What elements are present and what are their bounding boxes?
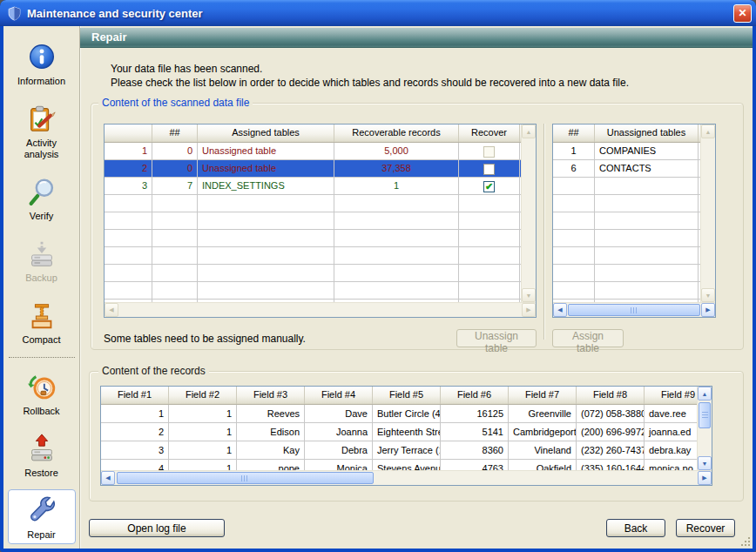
table-row[interactable] (553, 282, 700, 300)
page-header: Repair (80, 28, 753, 48)
column-header[interactable]: Unassigned tables (595, 125, 699, 142)
table-row[interactable]: 6CONTACTS (553, 160, 700, 178)
recover-button[interactable]: Recover (676, 519, 735, 537)
scroll-right-button[interactable]: ▶ (698, 471, 712, 485)
sidebar-item-backup[interactable]: Backup (8, 232, 76, 287)
scroll-up-button[interactable]: ▲ (701, 125, 715, 138)
scrollbar-thumb[interactable] (699, 402, 711, 428)
table-row[interactable] (105, 247, 521, 265)
scroll-left-button[interactable]: ◀ (101, 471, 115, 485)
sidebar-item-activity-analysis[interactable]: Activity analysis (8, 98, 76, 164)
table-cell (152, 265, 198, 281)
column-header[interactable] (105, 125, 152, 142)
open-log-file-button[interactable]: Open log file (89, 519, 225, 537)
horizontal-scrollbar[interactable]: ◀ ▶ (553, 302, 715, 317)
column-header[interactable]: Field #8 (577, 387, 645, 404)
column-header[interactable]: ## (152, 125, 198, 142)
scroll-right-button[interactable]: ▶ (701, 303, 715, 317)
table-row[interactable] (105, 212, 521, 230)
column-header[interactable]: Field #1 (101, 387, 169, 404)
table-cell: Oakfield (509, 460, 577, 470)
column-header[interactable]: Assigned tables (198, 125, 334, 142)
table-row[interactable] (105, 265, 521, 282)
vertical-scrollbar[interactable]: ▲ ▼ (521, 125, 536, 302)
table-cell: 3 (105, 178, 152, 194)
table-row[interactable]: 11ReevesDaveButler Circle (4)16125Greenv… (101, 405, 697, 423)
table-row[interactable] (105, 230, 521, 247)
table-cell (595, 178, 699, 194)
sidebar-item-compact[interactable]: Compact (8, 294, 76, 349)
scroll-down-button[interactable]: ▼ (698, 456, 712, 470)
intro-line-2: Please check the list below in order to … (111, 76, 753, 90)
table-row[interactable] (553, 212, 700, 230)
sidebar-item-rollback[interactable]: Rollback (8, 366, 76, 421)
column-header[interactable]: Recover (459, 125, 520, 142)
scroll-left-button[interactable]: ◀ (105, 303, 118, 317)
table-row[interactable]: 20Unassigned table37,358 (105, 160, 521, 178)
scroll-right-button[interactable]: ▶ (522, 303, 536, 317)
recover-checkbox[interactable]: ✔ (483, 181, 495, 192)
resize-grip[interactable] (739, 535, 751, 547)
table-cell: Reeves (237, 405, 305, 422)
table-row[interactable] (553, 178, 700, 195)
table-cell (198, 195, 334, 212)
scanned-data-groupbox: Content of the scanned data file ##Assig… (91, 103, 744, 350)
vertical-scrollbar[interactable]: ▲ ▼ (697, 387, 712, 470)
table-cell: 2 (105, 160, 152, 177)
table-cell: 0 (152, 143, 198, 159)
column-header[interactable]: Field #9 (645, 387, 697, 404)
sidebar-item-verify[interactable]: Verify (8, 171, 76, 226)
table-cell (334, 265, 459, 281)
sidebar-item-information[interactable]: Information (8, 36, 76, 91)
column-header[interactable]: ## (553, 125, 595, 142)
table-row[interactable] (553, 195, 700, 212)
horizontal-scrollbar[interactable]: ◀ ▶ (105, 302, 536, 317)
table-row[interactable]: 10Unassigned table5,000 (105, 143, 521, 160)
table-cell (152, 212, 198, 229)
column-header[interactable]: Recoverable records (334, 125, 459, 142)
table-row[interactable] (553, 230, 700, 247)
unassign-table-button[interactable]: Unassign table (456, 329, 537, 347)
column-header[interactable]: Field #3 (237, 387, 305, 404)
table-row[interactable] (553, 247, 700, 265)
scrollbar-thumb[interactable] (568, 304, 700, 316)
table-row[interactable]: 31KayDebraJerry Terrace (18360Vineland(2… (101, 441, 697, 460)
table-row[interactable]: 21EdisonJoannaEighteenth Stre5141Cambrid… (101, 423, 697, 441)
scroll-down-button[interactable]: ▼ (522, 288, 536, 302)
sidebar-item-restore[interactable]: Restore (8, 427, 76, 482)
column-header[interactable]: Field #4 (305, 387, 373, 404)
scroll-up-button[interactable]: ▲ (522, 125, 536, 138)
table-cell (105, 265, 152, 281)
table-cell: Debra (305, 441, 373, 459)
restore-icon (25, 433, 58, 466)
table-cell: 1 (169, 441, 237, 459)
column-header[interactable]: Field #7 (509, 387, 577, 404)
scroll-up-button[interactable]: ▲ (698, 387, 712, 401)
table-row[interactable] (105, 195, 521, 212)
close-button[interactable]: ✕ (733, 4, 752, 23)
recover-checkbox[interactable] (483, 164, 495, 175)
vertical-scrollbar[interactable]: ▲ ▼ (700, 125, 715, 302)
table-cell: pope (237, 460, 305, 470)
column-header[interactable]: Field #5 (373, 387, 441, 404)
table-cell (595, 230, 699, 246)
column-header[interactable]: Field #2 (169, 387, 237, 404)
table-cell (459, 230, 520, 246)
table-row[interactable] (553, 265, 700, 282)
column-header[interactable]: Field #6 (441, 387, 509, 404)
table-row[interactable]: 41popeMonicaStevens Avenue4763Oakfield(3… (101, 460, 697, 470)
table-cell: Cambridgeport (509, 423, 577, 441)
table-cell (459, 212, 520, 229)
scroll-left-button[interactable]: ◀ (553, 303, 567, 317)
back-button[interactable]: Back (606, 519, 665, 537)
assign-table-button[interactable]: Assign table (552, 329, 624, 347)
scrollbar-thumb[interactable] (117, 472, 374, 484)
table-cell: Greenville (509, 405, 577, 422)
scroll-down-button[interactable]: ▼ (701, 288, 715, 302)
table-row[interactable]: 1COMPANIES (553, 143, 700, 160)
table-cell (595, 195, 699, 212)
table-row[interactable]: 37INDEX_SETTINGS1✔ (105, 178, 521, 195)
horizontal-scrollbar[interactable]: ◀ ▶ (101, 470, 712, 485)
table-row[interactable] (105, 282, 521, 300)
sidebar-item-repair[interactable]: Repair (8, 489, 76, 544)
